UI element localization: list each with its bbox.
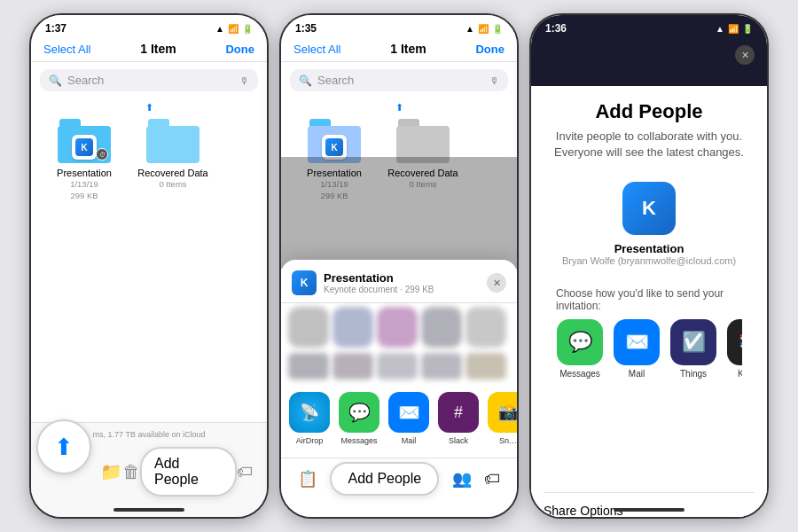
more-icon: 📸: [488, 392, 517, 433]
send-messages-icon: 💬: [557, 319, 603, 365]
status-icons-1: ▲ 📶 🔋: [215, 24, 253, 34]
nav-bar-2: Select All 1 Item Done: [281, 38, 517, 62]
tag-icon-2[interactable]: 🏷: [484, 470, 500, 489]
add-people-top: ✕: [531, 38, 767, 86]
done-btn-1[interactable]: Done: [225, 43, 254, 56]
file-item-presentation-1[interactable]: K ⏱ Presentation 1/13/19 299 KB: [49, 119, 120, 201]
send-messages-item[interactable]: 💬 Messages: [556, 319, 604, 379]
keynote-badge: K: [72, 135, 97, 160]
contact-icon-6: [288, 353, 329, 379]
share-file-name: Presentation: [324, 271, 487, 285]
upload-icon-1: ⬆: [54, 434, 74, 461]
slack-item[interactable]: # Slack: [437, 392, 480, 445]
folder-toolbar-icon-1[interactable]: 📁: [100, 461, 122, 482]
share-file-type: Keynote document · 299 KB: [324, 285, 487, 294]
screen-2: 1:35 ▲ 📶 🔋 Select All 1 Item Done 🔍 Sear…: [279, 13, 519, 519]
add-people-content: Add People Invite people to collaborate …: [531, 86, 767, 519]
bottom-toolbar-1: ms, 1.77 TB available on iCloud ⬆ 📁 🗑 Ad…: [31, 422, 267, 517]
send-kindle-item[interactable]: 📚 Kindle: [726, 319, 742, 379]
select-all-btn-2[interactable]: Select All: [293, 43, 340, 56]
send-apps-row: 💬 Messages ✉️ Mail: [556, 319, 742, 379]
contact-icon-3: [377, 307, 418, 348]
item-count-1: 1 Item: [140, 42, 176, 56]
share-button-1[interactable]: ⬆: [36, 419, 91, 474]
send-mail-label: Mail: [629, 369, 645, 379]
share-file-icon: K: [292, 270, 317, 295]
clock-overlay: ⏱: [96, 148, 108, 160]
files-grid-1: K ⏱ Presentation 1/13/19 299 KB Recovere…: [31, 115, 267, 210]
send-messages-label: Messages: [559, 369, 600, 379]
airdrop-item[interactable]: 📡 AirDrop: [288, 392, 331, 445]
search-icon-1: 🔍: [49, 74, 62, 87]
slack-icon: #: [438, 392, 479, 433]
send-things-item[interactable]: ☑️ Things: [669, 319, 717, 379]
signal-icon: ▲: [215, 24, 224, 34]
add-people-button-1[interactable]: Add People: [140, 447, 237, 497]
send-section-label: Choose how you'd like to send your invit…: [556, 287, 742, 312]
status-bar-2: 1:35 ▲ 📶 🔋: [281, 15, 517, 38]
close-button-3[interactable]: ✕: [735, 45, 755, 65]
more-item[interactable]: 📸 Sn…: [487, 392, 517, 445]
toolbar-icons-1: ⬆ 📁 🗑 Add People 🏷: [31, 444, 267, 499]
time-1: 1:37: [45, 22, 66, 35]
presentation-icon-1: K ⏱: [58, 119, 111, 163]
send-mail-item[interactable]: ✉️ Mail: [613, 319, 661, 379]
file-item-recovered-1[interactable]: Recovered Data 0 Items: [137, 119, 208, 201]
select-all-btn-1[interactable]: Select All: [43, 43, 90, 56]
done-btn-2[interactable]: Done: [475, 43, 505, 56]
battery-icon-2: 🔋: [492, 24, 503, 34]
folder-body-light: [146, 126, 200, 163]
item-count-2: 1 Item: [390, 42, 426, 56]
messages-item[interactable]: 💬 Messages: [338, 392, 380, 445]
status-bar-1: 1:37 ▲ 📶 🔋: [31, 15, 267, 38]
presentation-file-section: K Presentation Bryan Wolfe (bryanmwolfe@…: [544, 182, 755, 266]
add-people-label-1: Add People: [154, 456, 223, 488]
folder-tab-light-2: [398, 119, 419, 126]
tag-toolbar-icon-1[interactable]: 🏷: [237, 463, 253, 481]
search-bar-1[interactable]: 🔍 Search 🎙: [40, 69, 258, 91]
file-date-1: 1/13/19: [70, 179, 98, 190]
copy-icon-2[interactable]: 📋: [298, 469, 317, 489]
trash-toolbar-icon-1[interactable]: 🗑: [122, 462, 140, 482]
nav-bar-1: Select All 1 Item Done: [31, 38, 267, 62]
contact-icon-1: [288, 307, 329, 348]
mic-icon-2: 🎙: [489, 75, 499, 86]
messages-icon: 💬: [339, 392, 379, 433]
status-icons-3: ▲ 📶 🔋: [716, 24, 753, 34]
screen-3: 1:36 ▲ 📶 🔋 ✕ Add People Invite people to…: [529, 13, 769, 519]
add-people-label-2: Add People: [348, 471, 421, 487]
send-things-label: Things: [680, 369, 707, 379]
add-people-header: Add People Invite people to collaborate …: [544, 100, 755, 171]
sync-row-2: ⬆: [281, 98, 517, 115]
contact-icon-5: [466, 307, 506, 348]
people-icon-2[interactable]: 👥: [452, 469, 472, 489]
add-people-button-2[interactable]: Add People: [330, 462, 439, 496]
share-sheet-close-btn[interactable]: ✕: [487, 273, 506, 293]
contact-icon-7: [332, 353, 373, 379]
contact-icon-2: [332, 307, 373, 348]
presentation-file-owner-3: Bryan Wolfe (bryanmwolfe@icloud.com): [562, 255, 736, 266]
share-bottom-row: 📋 Add People 👥 🏷: [281, 458, 517, 506]
recovered-name-1: Recovered Data: [137, 167, 208, 179]
slack-label: Slack: [449, 436, 468, 445]
dim-overlay-2: [281, 157, 517, 269]
send-section: Choose how you'd like to send your invit…: [544, 277, 755, 384]
recovered-size-1: 0 Items: [159, 179, 186, 190]
mail-item[interactable]: ✉️ Mail: [387, 392, 430, 445]
share-options-row[interactable]: Share Options People you invite can make…: [544, 492, 755, 519]
send-kindle-icon: 📚: [727, 319, 742, 365]
search-placeholder-2: Search: [317, 74, 484, 87]
airdrop-label: AirDrop: [296, 436, 324, 445]
home-indicator-1: [113, 508, 184, 512]
time-2: 1:35: [295, 22, 317, 35]
sync-row-1: ⬆: [31, 98, 267, 115]
status-bar-3: 1:36 ▲ 📶 🔋: [531, 15, 767, 38]
add-people-subtitle: Invite people to collaborate with you. E…: [544, 129, 755, 160]
add-people-screen: ✕ Add People Invite people to collaborat…: [531, 38, 767, 519]
search-bar-2[interactable]: 🔍 Search 🎙: [290, 69, 508, 91]
wifi-icon-3: 📶: [728, 24, 739, 34]
mic-icon-1: 🎙: [239, 75, 249, 86]
home-indicator-3: [614, 508, 685, 512]
contact-icons-row: [281, 303, 517, 351]
mail-icon: ✉️: [388, 392, 429, 433]
